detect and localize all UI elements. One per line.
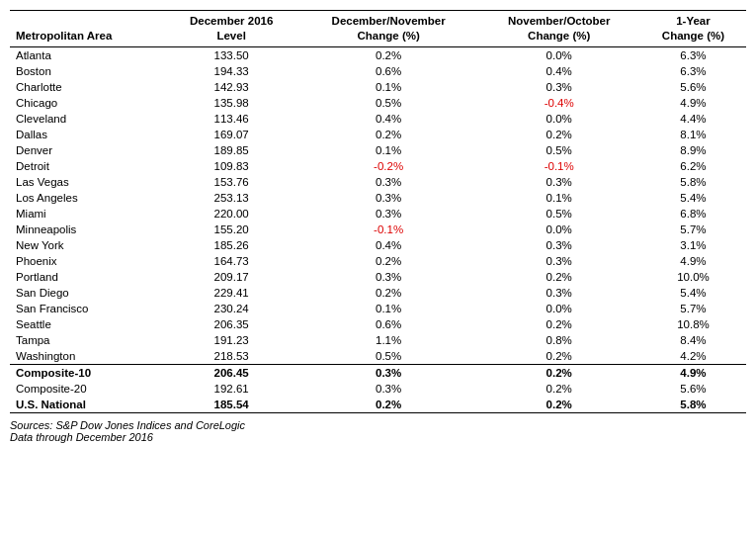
data-table: Metropolitan Area December 2016 Level De…	[10, 10, 746, 413]
cell-level: 142.93	[164, 79, 299, 95]
table-row: Detroit109.83-0.2%-0.1%6.2%	[10, 158, 746, 174]
cell-nov-oct: 0.3%	[478, 285, 640, 301]
cell-1yr: 6.3%	[640, 63, 746, 79]
table-row: Los Angeles253.130.3%0.1%5.4%	[10, 190, 746, 206]
cell-dec-nov: 0.2%	[299, 127, 478, 142]
cell-level: 220.00	[164, 206, 299, 222]
cell-1yr: 5.7%	[640, 222, 746, 237]
table-row: Tampa191.231.1%0.8%8.4%	[10, 332, 746, 348]
cell-nov-oct: -0.1%	[478, 158, 640, 174]
cell-1yr: 10.0%	[640, 269, 746, 285]
table-container: Metropolitan Area December 2016 Level De…	[10, 10, 746, 443]
cell-1yr: 8.9%	[640, 142, 746, 158]
cell-dec-nov: 0.1%	[299, 142, 478, 158]
cell-area: Detroit	[10, 158, 164, 174]
cell-area: Atlanta	[10, 46, 164, 63]
table-row: Washington218.530.5%0.2%4.2%	[10, 348, 746, 365]
cell-1yr: 5.8%	[640, 397, 746, 413]
cell-level: 206.45	[164, 364, 299, 381]
cell-1yr: 6.3%	[640, 46, 746, 63]
cell-level: 133.50	[164, 46, 299, 63]
cell-level: 113.46	[164, 111, 299, 127]
cell-level: 169.07	[164, 127, 299, 142]
cell-level: 194.33	[164, 63, 299, 79]
cell-nov-oct: -0.4%	[478, 95, 640, 111]
cell-area: Miami	[10, 206, 164, 222]
cell-dec-nov: 0.2%	[299, 46, 478, 63]
col-header-nov-oct: November/October Change (%)	[478, 11, 640, 47]
cell-nov-oct: 0.2%	[478, 269, 640, 285]
cell-1yr: 5.8%	[640, 174, 746, 190]
table-row: New York185.260.4%0.3%3.1%	[10, 237, 746, 253]
table-row: San Diego229.410.2%0.3%5.4%	[10, 285, 746, 301]
cell-1yr: 5.6%	[640, 381, 746, 397]
cell-nov-oct: 0.2%	[478, 397, 640, 413]
table-row: San Francisco230.240.1%0.0%5.7%	[10, 301, 746, 316]
cell-nov-oct: 0.3%	[478, 174, 640, 190]
table-row: Portland209.170.3%0.2%10.0%	[10, 269, 746, 285]
cell-area: U.S. National	[10, 397, 164, 413]
cell-area: Dallas	[10, 127, 164, 142]
cell-nov-oct: 0.0%	[478, 222, 640, 237]
table-row: Phoenix164.730.2%0.3%4.9%	[10, 253, 746, 269]
cell-1yr: 4.9%	[640, 253, 746, 269]
cell-area: Denver	[10, 142, 164, 158]
cell-1yr: 5.4%	[640, 190, 746, 206]
cell-nov-oct: 0.3%	[478, 237, 640, 253]
cell-level: 135.98	[164, 95, 299, 111]
table-row: Miami220.000.3%0.5%6.8%	[10, 206, 746, 222]
cell-nov-oct: 0.4%	[478, 63, 640, 79]
cell-level: 189.85	[164, 142, 299, 158]
cell-dec-nov: 0.1%	[299, 79, 478, 95]
cell-level: 192.61	[164, 381, 299, 397]
col-header-level: December 2016 Level	[164, 11, 299, 47]
cell-1yr: 5.4%	[640, 285, 746, 301]
cell-nov-oct: 0.8%	[478, 332, 640, 348]
cell-area: Composite-20	[10, 381, 164, 397]
cell-level: 185.54	[164, 397, 299, 413]
table-row: Denver189.850.1%0.5%8.9%	[10, 142, 746, 158]
cell-nov-oct: 0.5%	[478, 142, 640, 158]
table-row: Composite-20192.610.3%0.2%5.6%	[10, 381, 746, 397]
col-header-dec-nov: December/November Change (%)	[299, 11, 478, 47]
table-row: Atlanta133.500.2%0.0%6.3%	[10, 46, 746, 63]
cell-1yr: 6.2%	[640, 158, 746, 174]
cell-dec-nov: 0.4%	[299, 111, 478, 127]
table-row: Seattle206.350.6%0.2%10.8%	[10, 316, 746, 332]
table-row: Charlotte142.930.1%0.3%5.6%	[10, 79, 746, 95]
cell-area: San Francisco	[10, 301, 164, 316]
cell-area: Seattle	[10, 316, 164, 332]
cell-nov-oct: 0.2%	[478, 381, 640, 397]
cell-area: New York	[10, 237, 164, 253]
cell-nov-oct: 0.3%	[478, 253, 640, 269]
cell-1yr: 8.1%	[640, 127, 746, 142]
cell-level: 164.73	[164, 253, 299, 269]
cell-area: Chicago	[10, 95, 164, 111]
table-row: Dallas169.070.2%0.2%8.1%	[10, 127, 746, 142]
cell-dec-nov: 0.6%	[299, 63, 478, 79]
cell-dec-nov: 0.2%	[299, 253, 478, 269]
cell-area: Charlotte	[10, 79, 164, 95]
cell-1yr: 5.6%	[640, 79, 746, 95]
cell-dec-nov: 0.3%	[299, 269, 478, 285]
cell-nov-oct: 0.0%	[478, 46, 640, 63]
cell-area: Portland	[10, 269, 164, 285]
table-row: Chicago135.980.5%-0.4%4.9%	[10, 95, 746, 111]
cell-level: 229.41	[164, 285, 299, 301]
table-row: Las Vegas153.760.3%0.3%5.8%	[10, 174, 746, 190]
cell-area: Tampa	[10, 332, 164, 348]
table-row: Composite-10206.450.3%0.2%4.9%	[10, 364, 746, 381]
cell-dec-nov: 0.3%	[299, 381, 478, 397]
cell-nov-oct: 0.5%	[478, 206, 640, 222]
cell-area: Washington	[10, 348, 164, 365]
table-row: Minneapolis155.20-0.1%0.0%5.7%	[10, 222, 746, 237]
cell-nov-oct: 0.2%	[478, 364, 640, 381]
cell-dec-nov: 0.3%	[299, 174, 478, 190]
cell-dec-nov: 0.2%	[299, 397, 478, 413]
cell-1yr: 6.8%	[640, 206, 746, 222]
cell-dec-nov: -0.1%	[299, 222, 478, 237]
cell-dec-nov: -0.2%	[299, 158, 478, 174]
cell-dec-nov: 0.3%	[299, 206, 478, 222]
cell-dec-nov: 0.5%	[299, 95, 478, 111]
header-row: Metropolitan Area December 2016 Level De…	[10, 11, 746, 47]
